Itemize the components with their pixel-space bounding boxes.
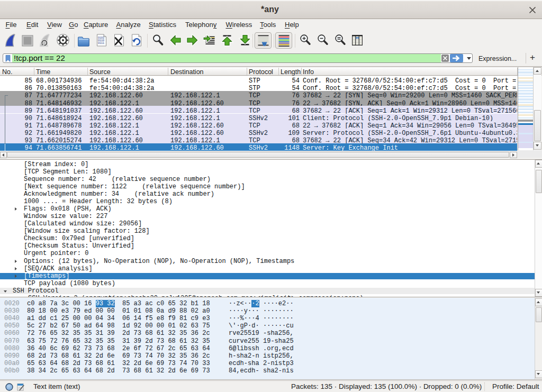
svg-text:0111: 0111 — [98, 42, 104, 45]
